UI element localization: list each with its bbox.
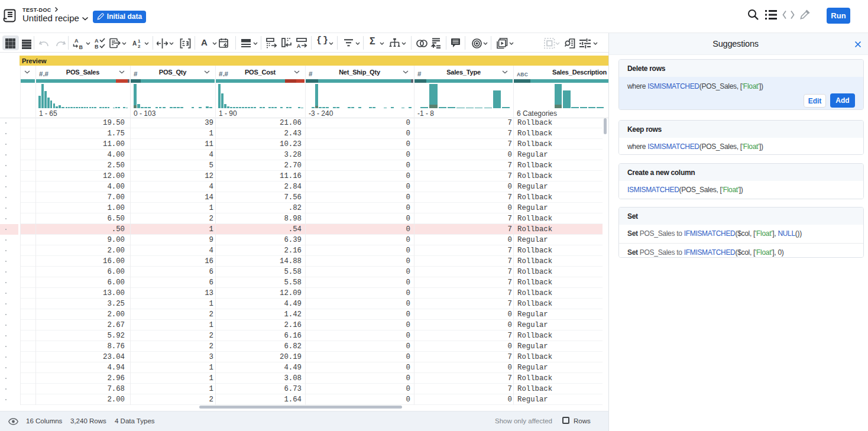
svg-text:A: A <box>297 43 301 49</box>
svg-text:B: B <box>95 44 99 49</box>
svg-text:A: A <box>75 38 79 44</box>
svg-text:1: 1 <box>138 38 141 44</box>
svg-text:B: B <box>79 44 83 50</box>
svg-text:A: A <box>132 40 137 47</box>
svg-text:A: A <box>95 38 99 44</box>
svg-text:2: 2 <box>138 44 141 49</box>
